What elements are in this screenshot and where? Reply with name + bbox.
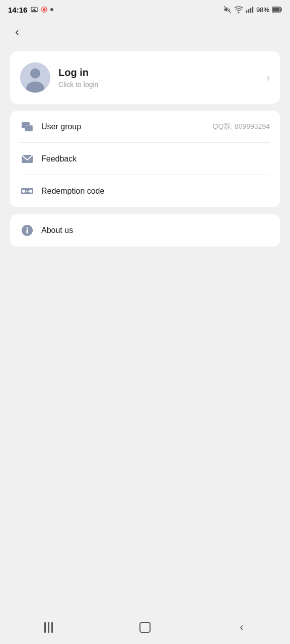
feedback-row[interactable]: Feedback bbox=[10, 143, 280, 175]
svg-point-6 bbox=[238, 12, 239, 14]
login-subtitle: Click to login bbox=[58, 80, 266, 89]
menu-card: User group QQ群: 809893294 Feedback bbox=[10, 111, 280, 207]
user-group-label: User group bbox=[41, 122, 212, 131]
recent-apps-icon bbox=[44, 622, 53, 633]
recent-apps-button[interactable] bbox=[33, 616, 63, 638]
svg-point-15 bbox=[30, 68, 40, 78]
status-icons-area bbox=[30, 6, 53, 14]
about-us-row[interactable]: About us bbox=[10, 214, 280, 247]
content-area: Log in Click to login › User group QQ群: … bbox=[0, 45, 290, 614]
status-right-icons: 98% bbox=[224, 6, 282, 14]
login-card: Log in Click to login › bbox=[10, 51, 280, 104]
mute-icon bbox=[224, 6, 232, 14]
about-us-label: About us bbox=[41, 226, 270, 235]
user-group-value: QQ群: 809893294 bbox=[212, 122, 270, 131]
user-group-row[interactable]: User group QQ群: 809893294 bbox=[10, 111, 280, 143]
home-button[interactable] bbox=[130, 616, 160, 638]
notification-dot bbox=[50, 8, 53, 11]
user-group-icon bbox=[20, 120, 34, 134]
home-icon bbox=[139, 622, 151, 633]
svg-rect-10 bbox=[252, 7, 253, 13]
nav-bar: ‹ bbox=[0, 19, 290, 45]
login-chevron-icon: › bbox=[266, 72, 270, 84]
svg-rect-12 bbox=[281, 9, 282, 11]
feedback-label: Feedback bbox=[41, 154, 270, 164]
avatar-icon bbox=[20, 62, 50, 93]
battery-label: 98% bbox=[256, 6, 269, 14]
svg-rect-7 bbox=[246, 11, 247, 13]
login-title: Log in bbox=[58, 67, 266, 78]
svg-rect-19 bbox=[25, 126, 32, 131]
feedback-icon bbox=[20, 152, 34, 166]
login-text-area: Log in Click to login bbox=[58, 67, 266, 89]
photo-icon bbox=[30, 6, 38, 14]
svg-rect-9 bbox=[250, 8, 251, 13]
wifi-icon bbox=[234, 6, 243, 14]
back-arrow-icon: ‹ bbox=[15, 26, 19, 39]
back-button[interactable]: ‹ bbox=[8, 23, 26, 41]
avatar bbox=[20, 62, 50, 93]
time-label: 14:16 bbox=[8, 6, 27, 14]
svg-point-22 bbox=[22, 190, 25, 193]
bottom-navigation: ‹ bbox=[0, 614, 290, 644]
system-back-button[interactable]: ‹ bbox=[227, 616, 257, 638]
status-bar: 14:16 98% bbox=[0, 0, 290, 19]
svg-rect-13 bbox=[272, 8, 279, 12]
record-icon bbox=[40, 6, 48, 14]
redemption-label: Redemption code bbox=[41, 187, 270, 196]
svg-rect-27 bbox=[27, 229, 28, 233]
redemption-row[interactable]: Redemption code bbox=[10, 175, 280, 207]
about-card: About us bbox=[10, 214, 280, 247]
signal-icon bbox=[246, 6, 254, 14]
battery-icon bbox=[272, 6, 282, 13]
system-back-icon: ‹ bbox=[240, 621, 243, 634]
svg-point-23 bbox=[29, 190, 32, 193]
svg-rect-8 bbox=[248, 9, 249, 13]
login-row[interactable]: Log in Click to login › bbox=[10, 51, 280, 104]
svg-point-26 bbox=[27, 227, 28, 229]
svg-point-4 bbox=[43, 8, 46, 11]
redemption-icon bbox=[20, 184, 34, 198]
info-icon bbox=[20, 223, 34, 237]
status-time: 14:16 bbox=[8, 6, 53, 14]
